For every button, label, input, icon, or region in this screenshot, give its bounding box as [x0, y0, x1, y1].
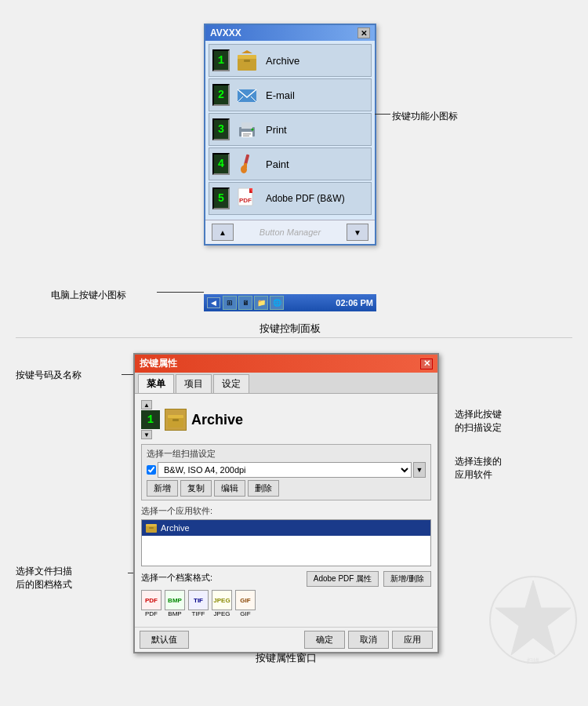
svg-rect-9 [243, 133, 251, 135]
prop-body: ▲ 1 ▼ Archive 选择一组扫描设定 [135, 394, 437, 627]
svg-rect-10 [243, 136, 249, 137]
prop-archive-icon [165, 409, 187, 431]
prop-archive-name: Archive [191, 412, 431, 428]
format-tiff[interactable]: TIF TIFF [188, 590, 209, 617]
bm-title: AVXXX [210, 27, 241, 38]
ann-line-2 [157, 292, 204, 293]
list-item[interactable]: 1 Archive [209, 44, 372, 77]
archive-icon [234, 48, 260, 73]
new-del-button[interactable]: 新增/删除 [383, 571, 431, 587]
format-jpeg[interactable]: JPEG JPEG [212, 590, 232, 617]
scan-checkbox[interactable] [147, 465, 156, 475]
properties-window: 按键属性 ✕ 菜单 项目 设定 ▲ 1 ▼ [133, 353, 439, 653]
prev-button[interactable]: ▲ [212, 224, 234, 241]
item-label: Paint [266, 158, 289, 170]
prop-num-box: ▲ 1 ▼ [141, 400, 160, 439]
item-number: 3 [212, 118, 230, 140]
taskbar: ◀ ⊞ 🖥 📁 🌐 02:06 PM [204, 294, 376, 311]
pdf-properties-button[interactable]: Adobe PDF 属性 [307, 571, 379, 587]
taskbar-icon-2: 🖥 [238, 296, 252, 310]
format-icons: PDF PDF BMP BMP TIF TIFF JPEG JPEG [141, 590, 431, 617]
bm-footer-text: Button Manager [260, 227, 321, 237]
start-button[interactable]: ◀ [207, 297, 220, 308]
list-item[interactable]: 3 Print [209, 113, 372, 146]
annotation-num-label: 按键号码及名称 [16, 369, 82, 382]
ann-line-1 [375, 114, 390, 115]
svg-text:PDF: PDF [239, 197, 252, 204]
scan-settings-section: 选择一组扫描设定 B&W, ISO A4, 200dpi ▼ 新增 复制 编辑 … [141, 444, 431, 500]
num-down-button[interactable]: ▼ [141, 430, 152, 439]
prop-tabs: 菜单 项目 设定 [135, 373, 437, 394]
taskbar-time: 02:06 PM [336, 298, 373, 308]
top-caption: 按键控制面板 [204, 322, 376, 336]
bottom-section: 按键属性 ✕ 菜单 项目 设定 ▲ 1 ▼ [0, 345, 588, 690]
scan-delete-button[interactable]: 删除 [248, 480, 279, 497]
prop-header-row: ▲ 1 ▼ Archive [141, 400, 431, 439]
app-item[interactable]: Archive [142, 520, 430, 536]
tab-settings[interactable]: 设定 [213, 374, 249, 393]
list-item[interactable]: 4 Paint [209, 147, 372, 180]
apply-button[interactable]: 应用 [392, 631, 433, 649]
app-section-label: 选择一个应用软件: [141, 505, 431, 517]
item-label: Adobe PDF (B&W) [266, 193, 345, 204]
bm-footer: ▲ Button Manager ▼ [205, 220, 375, 244]
svg-point-11 [252, 129, 254, 131]
list-item[interactable]: 2 E-mail [209, 78, 372, 111]
svg-point-25 [490, 577, 576, 663]
bottom-caption: 按键属性窗口 [133, 651, 439, 665]
format-bmp[interactable]: BMP BMP [165, 590, 185, 617]
scan-copy-button[interactable]: 复制 [180, 480, 212, 497]
top-section: AVXXX ✕ 1 Archive 2 [0, 16, 588, 345]
scan-label: 选择一组扫描设定 [147, 448, 426, 460]
svg-rect-1 [238, 55, 256, 59]
watermark: 扫描 [486, 573, 580, 667]
ann-line-format [128, 573, 133, 573]
annotation-app-label: 选择连接的 应用软件 [455, 455, 502, 482]
scan-edit-button[interactable]: 编辑 [214, 480, 245, 497]
format-row: 选择一个档案格式: Adobe PDF 属性 新增/删除 [141, 571, 431, 587]
bm-titlebar: AVXXX ✕ [205, 25, 375, 41]
ann-line-num [122, 374, 133, 375]
tab-menu[interactable]: 菜单 [138, 374, 174, 393]
button-manager-window: AVXXX ✕ 1 Archive 2 [204, 24, 376, 246]
scan-select[interactable]: B&W, ISO A4, 200dpi [158, 462, 412, 478]
svg-rect-19 [168, 417, 183, 428]
ok-button[interactable]: 确定 [304, 631, 345, 649]
app-list[interactable]: Archive [141, 519, 431, 566]
next-button[interactable]: ▼ [347, 224, 368, 241]
scan-dropdown-arrow[interactable]: ▼ [413, 462, 426, 478]
prop-footer: 默认值 确定 取消 应用 [135, 627, 437, 652]
item-label: Print [266, 124, 287, 136]
prop-title: 按键属性 [140, 357, 177, 370]
svg-marker-26 [495, 580, 571, 655]
taskbar-icons: ⊞ 🖥 📁 🌐 [223, 296, 333, 310]
cancel-button[interactable]: 取消 [348, 631, 389, 649]
item-number: 1 [212, 49, 230, 71]
format-label: 选择一个档案格式: [141, 572, 212, 584]
paint-icon [234, 151, 260, 176]
prop-close-button[interactable]: ✕ [420, 358, 433, 369]
bm-close-button[interactable]: ✕ [358, 27, 370, 38]
adobe-pdf-icon: PDF [234, 186, 260, 211]
taskbar-icon-1: ⊞ [223, 296, 237, 310]
svg-rect-14 [244, 163, 247, 168]
list-item[interactable]: 5 PDF Adobe PDF (B&W) [209, 182, 372, 215]
item-number: 5 [212, 187, 230, 209]
svg-text:扫描: 扫描 [526, 657, 539, 664]
footer-right-btns: 确定 取消 应用 [304, 631, 433, 649]
tab-item[interactable]: 项目 [176, 374, 212, 393]
svg-rect-22 [146, 526, 157, 533]
format-pdf[interactable]: PDF PDF [141, 590, 162, 617]
default-button[interactable]: 默认值 [140, 631, 189, 649]
annotation-icon-label: 按键功能小图标 [392, 110, 458, 123]
svg-rect-21 [172, 419, 179, 421]
item-number: 4 [212, 153, 230, 175]
scan-new-button[interactable]: 新增 [147, 480, 178, 497]
app-item-icon [145, 522, 158, 534]
format-gif[interactable]: GIF GIF [235, 590, 256, 617]
bm-list: 1 Archive 2 [205, 41, 375, 220]
annotation-pc-label: 电脑上按键小图标 [51, 289, 126, 302]
num-up-button[interactable]: ▲ [141, 400, 152, 409]
prop-num-display: 1 [141, 410, 160, 429]
app-item-label: Archive [161, 523, 190, 533]
